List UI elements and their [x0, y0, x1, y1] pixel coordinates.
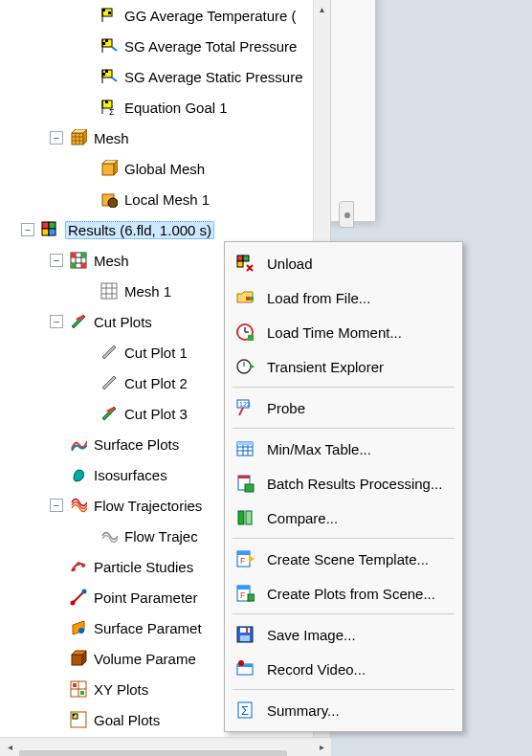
tree-item-label: XY Plots [94, 681, 148, 698]
flag-blue-icon [100, 67, 119, 86]
scroll-right-icon[interactable]: ▸ [312, 738, 331, 756]
collapse-icon[interactable]: − [50, 499, 63, 512]
svg-rect-2 [108, 11, 111, 14]
flow-trajectory-icon [69, 496, 88, 515]
viewport-tab-nub[interactable] [339, 201, 354, 228]
scroll-left-icon[interactable]: ◂ [0, 738, 19, 756]
menu-item-compare[interactable]: Compare... [227, 500, 460, 535]
xy-plot-icon [69, 679, 88, 699]
svg-rect-33 [71, 253, 76, 257]
horizontal-scrollbar[interactable]: ◂ ▸ [0, 737, 331, 756]
svg-rect-60 [73, 683, 77, 687]
menu-item-load-from-file[interactable]: Load from File... [227, 280, 460, 315]
tree-item-label: Results (6.fld, 1.000 s) [65, 221, 214, 239]
svg-rect-102 [246, 628, 248, 633]
tree-item-label: Global Mesh [124, 161, 205, 177]
menu-item-transient-explorer[interactable]: Transient Explorer [227, 349, 460, 384]
tree-item-label: Goal Plots [94, 712, 160, 728]
probe-icon: 123 [234, 397, 255, 418]
menu-item-record-video[interactable]: Record Video... [227, 652, 460, 686]
menu-item-label: Create Plots from Scene... [267, 586, 435, 602]
svg-rect-96 [237, 586, 250, 589]
cut-plot-gray-icon [100, 343, 119, 362]
svg-rect-73 [248, 335, 254, 341]
record-video-icon [234, 658, 255, 679]
svg-rect-69 [250, 297, 254, 300]
cut-plot-icon [69, 312, 88, 331]
menu-separator [233, 689, 454, 690]
particle-icon [69, 557, 88, 576]
isosurface-icon [69, 465, 88, 484]
menu-item-probe[interactable]: 123 Probe [227, 390, 460, 425]
menu-separator [233, 538, 454, 539]
menu-item-load-time-moment[interactable]: Load Time Moment... [227, 315, 460, 349]
collapse-icon[interactable]: − [21, 223, 34, 236]
svg-rect-92 [237, 551, 250, 555]
tree-item-label: Mesh [94, 253, 129, 269]
menu-item-label: Load Time Moment... [267, 324, 402, 341]
collapse-icon[interactable]: − [50, 315, 63, 328]
menu-item-save-image[interactable]: Save Image... [227, 617, 460, 652]
results-icon [40, 220, 59, 239]
tree-item-goal[interactable]: SG Average Total Pressure [0, 31, 330, 61]
svg-text:123: 123 [239, 401, 251, 408]
menu-item-create-plots-from-scene[interactable]: F Create Plots from Scene... [227, 576, 460, 611]
svg-rect-66 [243, 256, 249, 261]
tree-item-global-mesh[interactable]: Global Mesh [0, 153, 330, 184]
svg-marker-76 [250, 364, 255, 369]
flag-sigma-icon: Σ [100, 98, 119, 117]
tree-item-label: Mesh 1 [124, 283, 171, 300]
menu-item-label: Load from File... [267, 290, 370, 306]
svg-rect-89 [238, 511, 244, 524]
tree-item-label: GG Average Temperature ( [124, 8, 297, 24]
menu-item-unload[interactable]: Unload [227, 246, 460, 280]
menu-item-create-scene-template[interactable]: F Create Scene Template... [227, 542, 460, 576]
menu-item-label: Record Video... [267, 661, 366, 678]
results-context-menu: Unload Load from File... Load Time Momen… [224, 241, 463, 732]
tree-item-label: Flow Trajec [124, 528, 198, 545]
svg-rect-100 [240, 628, 250, 633]
floppy-disk-icon [234, 624, 255, 645]
svg-rect-26 [42, 229, 49, 235]
svg-point-50 [81, 564, 85, 567]
unload-icon [234, 253, 255, 274]
svg-rect-98 [248, 594, 255, 601]
tree-item-label: Volume Parame [94, 651, 196, 667]
svg-marker-94 [249, 555, 255, 563]
collapse-icon[interactable]: − [50, 131, 63, 145]
tree-item-equation-goal[interactable]: Σ Equation Goal 1 [0, 92, 330, 122]
tree-item-label: Local Mesh 1 [124, 191, 210, 208]
svg-rect-90 [246, 511, 252, 524]
menu-item-label: Probe [267, 400, 305, 416]
svg-rect-85 [237, 442, 253, 445]
tree-item-mesh[interactable]: − Mesh [0, 122, 330, 153]
svg-rect-35 [71, 263, 76, 268]
menu-item-label: Save Image... [267, 627, 356, 643]
mesh-grid-gray-icon [100, 281, 119, 300]
svg-rect-24 [42, 222, 49, 229]
scroll-thumb[interactable] [19, 750, 287, 757]
menu-item-batch-results[interactable]: Batch Results Processing... [227, 466, 460, 500]
svg-point-55 [78, 628, 84, 634]
tree-item-local-mesh[interactable]: Local Mesh 1 [0, 184, 330, 214]
menu-separator [233, 613, 454, 614]
menu-item-label: Create Scene Template... [267, 551, 429, 567]
svg-line-51 [73, 591, 84, 603]
svg-text:F: F [240, 590, 246, 600]
tree-item-label: SG Average Static Pressure [124, 69, 302, 85]
svg-rect-37 [101, 283, 117, 299]
menu-item-minmax-table[interactable]: Min/Max Table... [227, 432, 460, 466]
summary-icon: Σ [234, 700, 255, 721]
tree-item-goal[interactable]: GG Average Temperature ( [0, 0, 330, 31]
local-mesh-icon [100, 189, 119, 209]
collapse-icon[interactable]: − [50, 254, 63, 267]
menu-item-label: Batch Results Processing... [267, 476, 442, 492]
tree-item-goal[interactable]: SG Average Static Pressure [0, 61, 330, 92]
menu-item-label: Compare... [267, 510, 338, 526]
svg-rect-27 [49, 229, 55, 235]
tree-item-label: Cut Plot 3 [124, 406, 188, 422]
svg-point-23 [108, 198, 118, 208]
mesh-box-icon [69, 128, 88, 147]
point-parameter-icon [69, 588, 88, 607]
menu-item-summary[interactable]: Σ Summary... [227, 693, 460, 727]
